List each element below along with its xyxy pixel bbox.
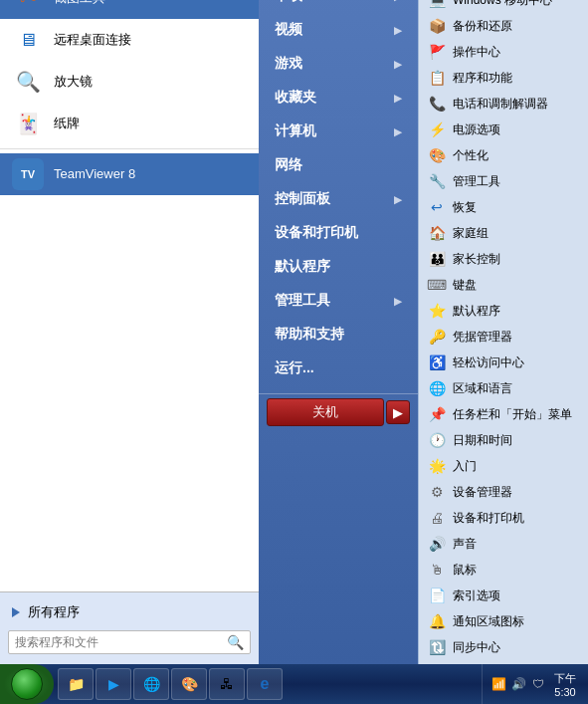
remote-desktop-icon: 🖥 <box>12 24 44 56</box>
mid-item-default-programs[interactable]: 默认程序 <box>259 250 418 284</box>
folder-icon: 📁 <box>66 674 86 694</box>
admin-tools-r-label: 管理工具 <box>453 173 500 190</box>
search-input[interactable] <box>15 635 227 649</box>
region-icon: 🌐 <box>427 378 447 398</box>
mid-item-computer-label: 计算机 <box>275 122 394 140</box>
right-item-datetime[interactable]: 🕐 日期和时间 <box>419 427 588 453</box>
mid-item-run-label: 运行... <box>275 359 402 377</box>
right-item-personalize[interactable]: 🎨 个性化 <box>419 142 588 168</box>
start-menu-pinned-items: 🌟 入门 ▶ ▶ Windows Media Center 📝 便笺 ▶ 🖩 计… <box>0 0 259 591</box>
mid-item-run[interactable]: 运行... <box>259 352 418 385</box>
mid-item-control-panel[interactable]: 控制面板 ▶ <box>259 182 418 216</box>
device-manager-icon: ⚙ <box>427 482 447 502</box>
mid-item-videos2-label: 视频 <box>275 21 394 39</box>
right-item-ease[interactable]: ♿ 轻松访问中心 <box>419 350 588 375</box>
right-item-programs-features[interactable]: 📋 程序和功能 <box>419 65 588 91</box>
right-item-sync[interactable]: 🔃 同步中心 <box>419 634 588 660</box>
right-item-homegroup[interactable]: 🏠 家庭组 <box>419 220 588 246</box>
notification-label: 通知区域图标 <box>453 613 524 630</box>
mid-item-videos2-arrow: ▶ <box>394 25 402 36</box>
taskbar-btn-paint[interactable]: 🎨 <box>171 668 207 700</box>
mid-item-favorites[interactable]: 收藏夹 ▶ <box>259 81 418 115</box>
sync-label: 同步中心 <box>453 639 500 656</box>
menu-item-magnifier[interactable]: 🔍 放大镜 <box>0 61 259 103</box>
mid-item-network[interactable]: 网络 <box>259 148 418 182</box>
mid-item-devices-printers-label: 设备和打印机 <box>275 224 402 242</box>
right-item-admin-tools-r[interactable]: 🔧 管理工具 <box>419 168 588 194</box>
programs-features-icon: 📋 <box>427 68 447 88</box>
mid-item-downloads[interactable]: 下载 ▶ <box>259 0 418 13</box>
taskbar-items: 📁 ▶ 🌐 🎨 🖧 e <box>54 664 482 704</box>
right-item-notification[interactable]: 🔔 通知区域图标 <box>419 608 588 634</box>
right-item-sound[interactable]: 🔊 声音 <box>419 531 588 557</box>
taskbar-btn-ie[interactable]: e <box>247 668 283 700</box>
menu-item-teamviewer[interactable]: TV TeamViewer 8 <box>0 153 259 195</box>
right-item-getting-started-r[interactable]: 🌟 入门 <box>419 453 588 479</box>
right-item-recovery[interactable]: ↩ 恢复 <box>419 194 588 220</box>
menu-item-solitaire[interactable]: 🃏 纸牌 <box>0 103 259 144</box>
right-item-taskbar-start[interactable]: 📌 任务栏和「开始」菜单 <box>419 401 588 427</box>
right-item-action-center[interactable]: 🚩 操作中心 <box>419 39 588 65</box>
parental-icon: 👪 <box>427 249 447 269</box>
menu-item-remote-desktop[interactable]: 🖥 远程桌面连接 <box>0 19 259 61</box>
getting-started-r-icon: 🌟 <box>427 456 447 476</box>
tray-security-icon[interactable]: 🛡 <box>530 676 546 692</box>
taskbar-btn-chrome[interactable]: 🌐 <box>133 668 169 700</box>
taskbar-btn-player[interactable]: ▶ <box>96 668 131 700</box>
power-label: 电源选项 <box>453 121 500 138</box>
right-item-credential[interactable]: 🔑 凭据管理器 <box>419 324 588 350</box>
right-item-parental[interactable]: 👪 家长控制 <box>419 246 588 272</box>
homegroup-label: 家庭组 <box>453 225 489 242</box>
mid-item-games-label: 游戏 <box>275 55 394 73</box>
mid-item-games[interactable]: 游戏 ▶ <box>259 47 418 81</box>
right-item-keyboard[interactable]: ⌨ 键盘 <box>419 272 588 298</box>
paint-icon: 🎨 <box>179 674 199 694</box>
tray-network-icon[interactable]: 📶 <box>490 676 506 692</box>
right-item-default-programs-r[interactable]: ⭐ 默认程序 <box>419 298 588 324</box>
mid-item-default-programs-label: 默认程序 <box>275 258 402 276</box>
credential-label: 凭据管理器 <box>453 329 512 346</box>
start-menu-middle-panel: 电脑人人有 ▶ 文档 ▶ 图片 ▶ 音乐 ▶ 视频 ▶ 下载 ▶ 视频 ▶ 游戏 <box>259 0 418 664</box>
shutdown-arrow-button[interactable]: ▶ <box>386 400 410 424</box>
devices-printers-r-icon: 🖨 <box>427 508 447 528</box>
snipping-tool-icon: ✂ <box>12 0 44 14</box>
sound-label: 声音 <box>453 536 477 553</box>
right-item-mouse[interactable]: 🖱 鼠标 <box>419 557 588 583</box>
taskbar-tray: 📶 🔊 🛡 下午5:30 <box>482 664 588 704</box>
mid-item-computer-arrow: ▶ <box>394 126 402 137</box>
mid-item-devices-printers[interactable]: 设备和打印机 <box>259 216 418 250</box>
mid-item-control-panel-arrow: ▶ <box>394 194 402 205</box>
mid-item-network-label: 网络 <box>275 156 402 174</box>
menu-item-snipping-tool[interactable]: ✂ 截图工具 <box>0 0 259 19</box>
tray-volume-icon[interactable]: 🔊 <box>510 676 526 692</box>
ie-taskbar-icon: e <box>255 674 275 694</box>
shutdown-button[interactable]: 关机 <box>267 398 384 426</box>
tray-clock[interactable]: 下午5:30 <box>550 669 580 700</box>
programs-features-label: 程序和功能 <box>453 70 512 87</box>
right-item-devices-printers-r[interactable]: 🖨 设备和打印机 <box>419 505 588 531</box>
shutdown-area: 关机 ▶ <box>259 393 418 430</box>
right-item-backup[interactable]: 📦 备份和还原 <box>419 13 588 39</box>
right-item-device-manager[interactable]: ⚙ 设备管理器 <box>419 479 588 505</box>
mid-item-videos2[interactable]: 视频 ▶ <box>259 13 418 47</box>
start-menu: 🌟 入门 ▶ ▶ Windows Media Center 📝 便笺 ▶ 🖩 计… <box>0 0 588 664</box>
mid-item-admin-tools[interactable]: 管理工具 ▶ <box>259 284 418 318</box>
all-programs-arrow-icon <box>12 607 20 617</box>
mid-item-control-panel-label: 控制面板 <box>275 190 394 208</box>
start-button[interactable] <box>0 664 54 704</box>
default-programs-r-label: 默认程序 <box>453 303 500 320</box>
all-programs-button[interactable]: 所有程序 <box>0 598 259 626</box>
mid-item-computer[interactable]: 计算机 ▶ <box>259 115 418 148</box>
taskbar-btn-folder[interactable]: 📁 <box>58 668 94 700</box>
taskbar-start-icon: 📌 <box>427 404 447 424</box>
phone-modem-icon: 📞 <box>427 94 447 114</box>
mid-item-help[interactable]: 帮助和支持 <box>259 318 418 352</box>
right-item-power[interactable]: ⚡ 电源选项 <box>419 117 588 142</box>
right-item-phone-modem[interactable]: 📞 电话和调制解调器 <box>419 91 588 117</box>
taskbar-btn-network[interactable]: 🖧 <box>209 668 245 700</box>
right-item-mobility[interactable]: 💻 Windows 移动中心 <box>419 0 588 13</box>
start-menu-right-panel: ⚙ Internet 选项 ▣ NVIDIA 控制面板 🖥 RemoteApp … <box>418 0 588 664</box>
right-item-indexing[interactable]: 📄 索引选项 <box>419 583 588 608</box>
right-item-region[interactable]: 🌐 区域和语言 <box>419 375 588 401</box>
datetime-label: 日期和时间 <box>453 432 512 449</box>
